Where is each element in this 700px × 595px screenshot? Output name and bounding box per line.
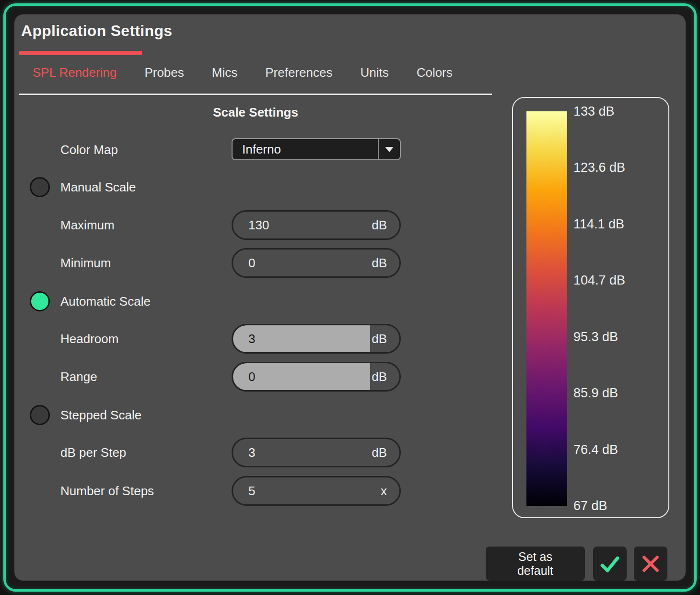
colorbar-label: 95.3 dB <box>573 330 665 344</box>
checkmark-icon <box>598 552 621 575</box>
db-per-step-input[interactable]: 3 dB <box>232 438 401 467</box>
chevron-down-icon <box>385 147 394 152</box>
headroom-label: Headroom <box>60 324 118 354</box>
colorbar-label: 85.9 dB <box>573 386 665 401</box>
tab-probes[interactable]: Probes <box>144 65 184 80</box>
maximum-input[interactable]: 130 dB <box>232 210 401 240</box>
minimum-unit: dB <box>372 256 387 271</box>
colorbar-label: 67 dB <box>573 499 665 513</box>
colorbar-label: 104.7 dB <box>573 274 665 288</box>
inferno-gradient-bar <box>526 111 567 506</box>
colorbar-panel: 133 dB 123.6 dB 114.1 dB 104.7 dB 95.3 d… <box>512 97 669 518</box>
stepped-scale-label: Stepped Scale <box>60 400 141 430</box>
colorbar-labels: 133 dB 123.6 dB 114.1 dB 104.7 dB 95.3 d… <box>573 104 665 513</box>
close-icon <box>640 553 661 574</box>
title-accent-bar <box>19 51 142 55</box>
tab-colors[interactable]: Colors <box>417 65 453 80</box>
stepped-scale-radio[interactable] <box>30 405 50 425</box>
color-map-label: Color Map <box>60 135 118 165</box>
tab-bar: SPL Rendering Probes Mics Preferences Un… <box>33 65 453 80</box>
tab-divider <box>19 94 492 95</box>
minimum-value: 0 <box>248 256 255 271</box>
confirm-button[interactable] <box>593 547 627 581</box>
maximum-unit: dB <box>372 218 387 233</box>
headroom-input[interactable]: 3 dB <box>232 324 401 354</box>
minimum-input[interactable]: 0 dB <box>232 248 401 278</box>
tab-spl-rendering[interactable]: SPL Rendering <box>33 65 117 80</box>
headroom-unit: dB <box>372 332 387 346</box>
range-label: Range <box>60 362 97 392</box>
colorbar-label: 114.1 dB <box>573 217 665 231</box>
tab-mics[interactable]: Mics <box>212 65 237 80</box>
page-title: Application Settings <box>21 22 172 40</box>
color-map-dropdown[interactable]: Inferno <box>232 138 401 160</box>
db-per-step-label: dB per Step <box>60 438 126 467</box>
manual-scale-label: Manual Scale <box>60 172 136 202</box>
range-unit: dB <box>372 369 387 384</box>
section-title: Scale Settings <box>19 105 492 120</box>
range-input[interactable]: 0 dB <box>232 362 401 392</box>
automatic-scale-label: Automatic Scale <box>60 286 151 316</box>
tab-units[interactable]: Units <box>360 65 388 80</box>
dropdown-arrow-button[interactable] <box>378 139 400 159</box>
set-as-default-button[interactable]: Set as default <box>486 547 585 581</box>
range-value: 0 <box>248 369 255 384</box>
number-of-steps-label: Number of Steps <box>60 476 154 506</box>
color-map-value: Inferno <box>233 139 378 159</box>
db-per-step-unit: dB <box>372 445 387 460</box>
colorbar-label: 123.6 dB <box>573 161 665 175</box>
number-of-steps-value: 5 <box>248 484 255 499</box>
minimum-label: Minimum <box>60 248 111 278</box>
settings-window: Application Settings SPL Rendering Probe… <box>0 0 700 595</box>
headroom-value: 3 <box>248 332 255 346</box>
colorbar-label: 133 dB <box>573 104 665 119</box>
manual-scale-radio[interactable] <box>30 177 50 197</box>
maximum-value: 130 <box>248 218 269 233</box>
settings-dialog: Application Settings SPL Rendering Probe… <box>14 14 686 581</box>
db-per-step-value: 3 <box>248 445 255 460</box>
number-of-steps-unit: x <box>381 484 387 499</box>
automatic-scale-radio[interactable] <box>30 291 50 311</box>
tab-preferences[interactable]: Preferences <box>265 65 332 80</box>
number-of-steps-input[interactable]: 5 x <box>232 476 401 506</box>
maximum-label: Maximum <box>60 210 115 240</box>
cancel-button[interactable] <box>634 547 667 581</box>
colorbar-label: 76.4 dB <box>573 442 665 457</box>
